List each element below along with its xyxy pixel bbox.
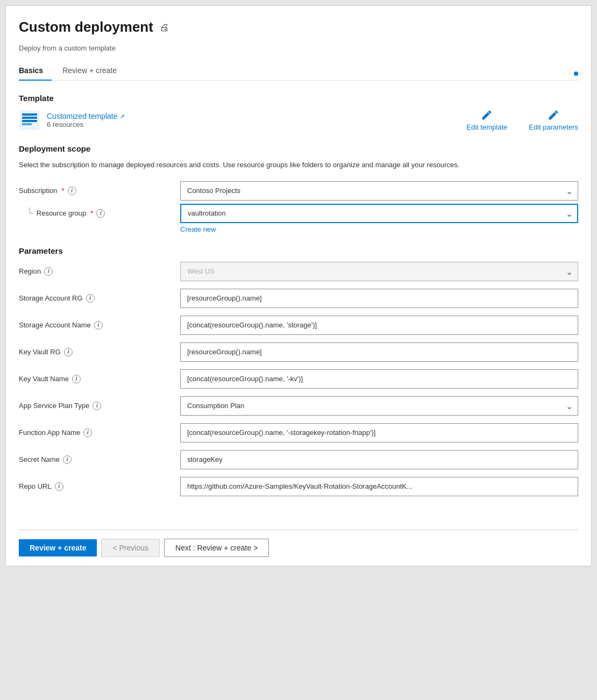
param-row-function-app: Function App Name i: [19, 423, 578, 442]
secret-name-input[interactable]: [180, 450, 578, 469]
storage-name-input[interactable]: [180, 316, 578, 335]
deployment-scope-title: Deployment scope: [19, 144, 578, 153]
next-button[interactable]: Next : Review + create >: [164, 539, 269, 557]
param-row-secret-name: Secret Name i: [19, 450, 578, 469]
footer: Review + create < Previous Next : Review…: [19, 530, 578, 566]
app-service-select-wrapper: Consumption Plan ⌄: [180, 396, 578, 416]
param-label-repo-url: Repo URL i: [19, 482, 180, 491]
tab-basics[interactable]: Basics: [19, 62, 52, 80]
review-create-button[interactable]: Review + create: [19, 539, 97, 556]
template-name-wrap: Customized template ➚ 6 resources: [47, 112, 125, 128]
storage-rg-input[interactable]: [180, 289, 578, 308]
param-row-storage-rg: Storage Account RG i: [19, 289, 578, 308]
subscription-control: Contoso Projects ⌄: [180, 181, 578, 201]
resource-group-select-wrapper: vaultrotation ⌄: [180, 204, 578, 223]
subscription-info-icon[interactable]: i: [68, 187, 76, 195]
app-service-control: Consumption Plan ⌄: [180, 396, 578, 416]
edit-parameters-icon: [548, 109, 559, 121]
kv-name-input[interactable]: [180, 369, 578, 389]
function-app-input[interactable]: [180, 423, 578, 442]
subscription-select[interactable]: Contoso Projects: [180, 181, 578, 201]
resource-group-control: vaultrotation ⌄: [180, 204, 578, 223]
storage-rg-control: [180, 289, 578, 308]
svg-rect-1: [22, 113, 37, 116]
tab-review-create[interactable]: Review + create: [62, 62, 125, 80]
subscription-select-wrapper: Contoso Projects ⌄: [180, 181, 578, 201]
template-actions: Edit template Edit parameters: [466, 109, 578, 131]
tab-dot-indicator: [574, 72, 578, 76]
template-svg-icon: [20, 111, 39, 130]
resource-group-info-icon[interactable]: i: [96, 209, 105, 218]
kv-name-info-icon[interactable]: i: [72, 375, 81, 383]
param-label-region: Region i: [19, 267, 180, 276]
previous-button: < Previous: [101, 539, 160, 557]
parameters-section-title: Parameters: [19, 246, 578, 255]
parameters-section: Parameters Region i West US ⌄ Storage Ac…: [19, 246, 578, 504]
template-section: Template Customized template: [19, 94, 578, 131]
region-select-wrapper: West US ⌄: [180, 262, 578, 281]
param-label-storage-rg: Storage Account RG i: [19, 294, 180, 303]
kv-rg-info-icon[interactable]: i: [64, 348, 73, 356]
resource-group-indent: └ Resource group * i: [19, 208, 180, 219]
external-link-icon: ➚: [120, 113, 125, 120]
deployment-scope-section: Deployment scope Select the subscription…: [19, 144, 578, 233]
storage-rg-info-icon[interactable]: i: [86, 294, 95, 303]
template-row: Customized template ➚ 6 resources Edit t…: [19, 109, 578, 131]
page-subtitle: Deploy from a custom template: [19, 44, 578, 52]
param-label-app-service: App Service Plan Type i: [19, 402, 180, 410]
svg-rect-2: [22, 117, 37, 119]
edit-parameters-button[interactable]: Edit parameters: [529, 109, 578, 131]
create-new-link[interactable]: Create new: [180, 225, 578, 233]
svg-rect-4: [22, 123, 32, 125]
svg-rect-3: [22, 120, 37, 122]
kv-rg-control: [180, 342, 578, 362]
storage-name-control: [180, 316, 578, 335]
template-info: Customized template ➚ 6 resources: [19, 110, 125, 131]
template-section-title: Template: [19, 94, 578, 103]
subscription-row: Subscription * i Contoso Projects ⌄: [19, 181, 578, 201]
region-info-icon[interactable]: i: [44, 267, 53, 276]
subscription-label: Subscription * i: [19, 187, 180, 195]
scope-description: Select the subscription to manage deploy…: [19, 160, 578, 170]
print-icon[interactable]: 🖨: [160, 22, 169, 33]
page-container: Custom deployment 🖨 Deploy from a custom…: [5, 5, 592, 566]
secret-name-control: [180, 450, 578, 469]
param-label-storage-name: Storage Account Name i: [19, 321, 180, 330]
param-label-kv-name: Key Vault Name i: [19, 375, 180, 383]
template-name-link[interactable]: Customized template ➚: [47, 112, 125, 120]
secret-name-info-icon[interactable]: i: [63, 455, 72, 464]
kv-rg-input[interactable]: [180, 342, 578, 362]
param-row-kv-name: Key Vault Name i: [19, 369, 578, 389]
resource-group-label: └ Resource group * i: [19, 208, 180, 219]
edit-template-button[interactable]: Edit template: [466, 109, 507, 131]
repo-url-input[interactable]: [180, 477, 578, 496]
param-row-storage-name: Storage Account Name i: [19, 316, 578, 335]
param-row-app-service: App Service Plan Type i Consumption Plan…: [19, 396, 578, 416]
function-app-info-icon[interactable]: i: [83, 428, 92, 437]
param-label-secret-name: Secret Name i: [19, 455, 180, 464]
param-row-kv-rg: Key Vault RG i: [19, 342, 578, 362]
region-control: West US ⌄: [180, 262, 578, 281]
param-label-function-app: Function App Name i: [19, 428, 180, 437]
kv-name-control: [180, 369, 578, 389]
resource-group-required-star: *: [90, 209, 93, 217]
header-section: Custom deployment 🖨: [19, 19, 578, 35]
repo-url-info-icon[interactable]: i: [55, 482, 63, 491]
tabs-bar: Basics Review + create: [19, 62, 578, 81]
param-row-region: Region i West US ⌄: [19, 262, 578, 281]
app-service-info-icon[interactable]: i: [93, 402, 101, 410]
param-row-repo-url: Repo URL i: [19, 477, 578, 496]
app-service-select[interactable]: Consumption Plan: [180, 396, 578, 416]
param-label-kv-rg: Key Vault RG i: [19, 348, 180, 356]
subscription-required-star: *: [62, 187, 65, 195]
function-app-control: [180, 423, 578, 442]
resource-group-row: └ Resource group * i vaultrotation ⌄: [19, 204, 578, 223]
resource-group-select[interactable]: vaultrotation: [180, 204, 578, 223]
template-icon: [19, 110, 40, 131]
page-title: Custom deployment: [19, 19, 153, 35]
edit-template-icon: [481, 109, 493, 121]
storage-name-info-icon[interactable]: i: [94, 321, 103, 330]
region-select[interactable]: West US: [180, 262, 578, 281]
template-resources: 6 resources: [47, 120, 125, 128]
repo-url-control: [180, 477, 578, 496]
